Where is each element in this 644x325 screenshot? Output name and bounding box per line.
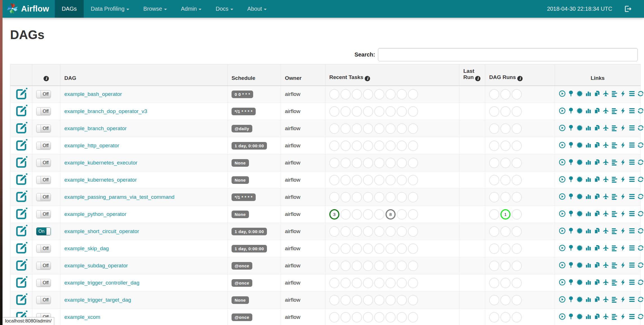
logs-icon[interactable] <box>629 245 635 251</box>
trigger-dag-icon[interactable] <box>559 245 566 251</box>
dag-link[interactable]: example_xcom <box>64 314 100 320</box>
task-duration-icon[interactable] <box>585 296 592 303</box>
dag-pause-toggle[interactable]: Off <box>36 210 51 218</box>
schedule-badge[interactable]: @once <box>232 262 252 270</box>
landing-times-icon[interactable] <box>602 210 609 217</box>
schedule-badge[interactable]: None <box>232 296 249 304</box>
dag-pause-toggle[interactable]: Off <box>36 193 51 201</box>
task-tries-icon[interactable] <box>594 176 600 183</box>
landing-times-icon[interactable] <box>602 245 609 251</box>
graph-view-icon[interactable] <box>576 279 583 286</box>
graph-view-icon[interactable] <box>576 176 583 183</box>
gantt-view-icon[interactable] <box>611 262 618 268</box>
trigger-dag-icon[interactable] <box>559 107 566 114</box>
trigger-dag-icon[interactable] <box>559 262 566 268</box>
nav-item-data-profiling[interactable]: Data Profiling <box>84 0 136 18</box>
logs-icon[interactable] <box>629 125 635 131</box>
recent-task-circle[interactable]: 3 <box>329 209 339 220</box>
graph-view-icon[interactable] <box>576 159 583 166</box>
task-duration-icon[interactable] <box>585 210 592 217</box>
task-tries-icon[interactable] <box>594 125 600 131</box>
graph-view-icon[interactable] <box>576 262 583 268</box>
code-view-icon[interactable] <box>620 142 627 148</box>
edit-dag-icon[interactable] <box>14 268 28 274</box>
code-view-icon[interactable] <box>620 107 627 114</box>
graph-view-icon[interactable] <box>576 313 583 320</box>
dag-link[interactable]: example_subdag_operator <box>64 263 128 268</box>
dag-pause-toggle[interactable]: Off <box>36 125 51 132</box>
task-tries-icon[interactable] <box>594 279 600 286</box>
dag-pause-toggle[interactable]: Off <box>36 279 51 287</box>
trigger-dag-icon[interactable] <box>559 159 566 166</box>
schedule-badge[interactable]: 1 day, 0:00:00 <box>232 245 267 252</box>
schedule-badge[interactable]: 1 day, 0:00:00 <box>232 228 267 235</box>
tree-view-icon[interactable] <box>568 193 574 200</box>
tree-view-icon[interactable] <box>568 296 574 303</box>
schedule-badge[interactable]: */1 * * * * <box>232 193 256 201</box>
logs-icon[interactable] <box>629 176 635 183</box>
logs-icon[interactable] <box>629 142 635 148</box>
task-duration-icon[interactable] <box>585 142 592 148</box>
code-view-icon[interactable] <box>620 296 627 303</box>
gantt-view-icon[interactable] <box>611 210 618 217</box>
logs-icon[interactable] <box>629 279 635 286</box>
dag-link[interactable]: example_http_operator <box>64 143 119 148</box>
dag-link[interactable]: example_branch_dop_operator_v3 <box>64 108 147 114</box>
refresh-icon[interactable] <box>637 262 644 268</box>
dag-pause-toggle[interactable]: Off <box>36 296 51 304</box>
dag-pause-toggle[interactable]: Off <box>36 142 51 150</box>
schedule-badge[interactable]: */1 * * * * <box>232 108 256 115</box>
trigger-dag-icon[interactable] <box>559 210 566 217</box>
graph-view-icon[interactable] <box>576 193 583 200</box>
refresh-icon[interactable] <box>637 210 644 217</box>
dag-link[interactable]: example_kubernetes_operator <box>64 177 137 183</box>
refresh-icon[interactable] <box>637 107 644 114</box>
refresh-icon[interactable] <box>637 125 644 131</box>
task-duration-icon[interactable] <box>585 159 592 166</box>
schedule-badge[interactable]: None <box>232 159 249 167</box>
dag-link[interactable]: example_trigger_controller_dag <box>64 280 139 286</box>
edit-dag-icon[interactable] <box>14 234 28 240</box>
edit-dag-icon[interactable] <box>14 216 28 222</box>
schedule-badge[interactable]: None <box>232 211 249 218</box>
logs-icon[interactable] <box>629 262 635 268</box>
landing-times-icon[interactable] <box>602 313 609 320</box>
refresh-icon[interactable] <box>637 142 644 148</box>
edit-dag-icon[interactable] <box>14 96 28 102</box>
task-duration-icon[interactable] <box>585 279 592 286</box>
search-input[interactable] <box>378 48 638 61</box>
tree-view-icon[interactable] <box>568 210 574 217</box>
landing-times-icon[interactable] <box>602 279 609 286</box>
dag-link[interactable]: example_short_circuit_operator <box>64 228 139 234</box>
logs-icon[interactable] <box>629 313 635 320</box>
code-view-icon[interactable] <box>620 193 627 200</box>
landing-times-icon[interactable] <box>602 193 609 200</box>
edit-dag-icon[interactable] <box>14 182 28 188</box>
gantt-view-icon[interactable] <box>611 90 618 97</box>
trigger-dag-icon[interactable] <box>559 313 566 320</box>
code-view-icon[interactable] <box>620 176 627 183</box>
refresh-icon[interactable] <box>637 176 644 183</box>
gantt-view-icon[interactable] <box>611 193 618 200</box>
refresh-icon[interactable] <box>637 313 644 320</box>
dag-link[interactable]: example_bash_operator <box>64 91 122 97</box>
task-tries-icon[interactable] <box>594 296 600 303</box>
landing-times-icon[interactable] <box>602 107 609 114</box>
dag-link[interactable]: example_skip_dag <box>64 245 109 251</box>
dag-pause-toggle[interactable]: Off <box>36 245 51 252</box>
gantt-view-icon[interactable] <box>611 142 618 148</box>
code-view-icon[interactable] <box>620 90 627 97</box>
edit-dag-icon[interactable] <box>14 199 28 205</box>
task-duration-icon[interactable] <box>585 176 592 183</box>
schedule-badge[interactable]: 0 0 * * * <box>232 91 253 98</box>
nav-item-about[interactable]: About <box>240 0 274 18</box>
task-duration-icon[interactable] <box>585 107 592 114</box>
logs-icon[interactable] <box>629 296 635 303</box>
task-duration-icon[interactable] <box>585 262 592 268</box>
task-duration-icon[interactable] <box>585 227 592 234</box>
tree-view-icon[interactable] <box>568 279 574 286</box>
trigger-dag-icon[interactable] <box>559 176 566 183</box>
gantt-view-icon[interactable] <box>611 107 618 114</box>
logs-icon[interactable] <box>629 227 635 234</box>
tree-view-icon[interactable] <box>568 142 574 148</box>
